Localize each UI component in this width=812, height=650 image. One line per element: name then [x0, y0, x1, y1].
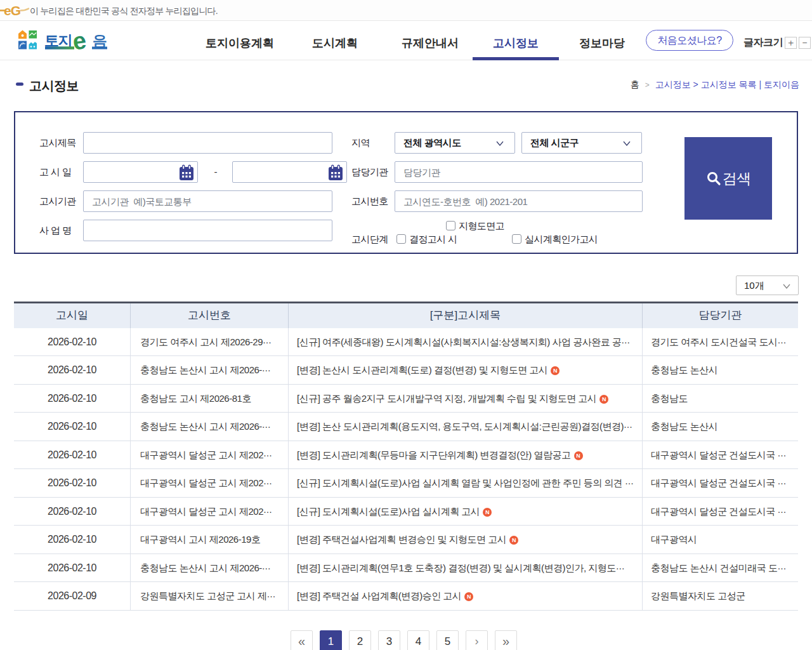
svg-text:eG: eG — [4, 3, 21, 18]
svg-text:음: 음 — [93, 32, 107, 49]
svg-text:토지: 토지 — [44, 32, 72, 49]
svg-text:e: e — [71, 30, 88, 54]
